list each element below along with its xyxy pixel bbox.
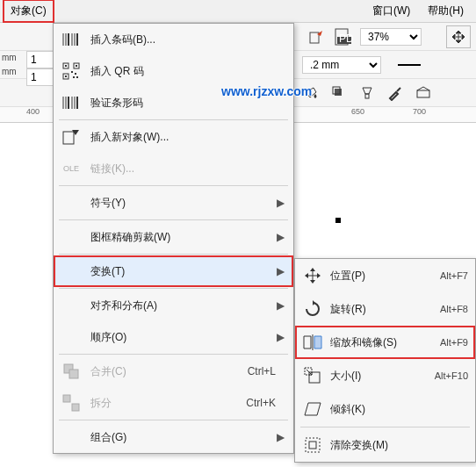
svg-text:PDF: PDF bbox=[339, 32, 354, 45]
unit-label-2: mm bbox=[2, 67, 17, 76]
menu-help[interactable]: 帮助(H) bbox=[419, 0, 472, 22]
export-icon bbox=[308, 29, 324, 45]
menu-transform[interactable]: 变换(T) ▶ bbox=[54, 255, 293, 287]
line-thickness-select[interactable]: .2 mm bbox=[302, 56, 381, 74]
size-icon bbox=[300, 363, 325, 388]
transform-submenu: 位置(P) Alt+F7 旋转(R) Alt+F8 缩放和镜像(S) Alt+F… bbox=[294, 258, 476, 463]
menu-insert-object[interactable]: 插入新对象(W)... bbox=[54, 121, 293, 153]
menu-object[interactable]: 对象(C) bbox=[4, 0, 54, 22]
separator bbox=[59, 119, 288, 120]
verify-barcode-icon bbox=[59, 90, 83, 115]
chevron-right-icon: ▶ bbox=[277, 331, 285, 343]
svg-rect-18 bbox=[76, 65, 77, 67]
separator bbox=[59, 185, 288, 186]
menu-insert-barcode[interactable]: 插入条码(B)... bbox=[54, 24, 293, 55]
menu-breakapart[interactable]: 拆分 Ctrl+K bbox=[54, 387, 293, 419]
submenu-position[interactable]: 位置(P) Alt+F7 bbox=[295, 259, 475, 292]
ole-icon: OLE bbox=[59, 156, 83, 181]
svg-rect-23 bbox=[73, 76, 75, 78]
svg-rect-22 bbox=[75, 73, 76, 75]
separator bbox=[59, 254, 288, 255]
separator bbox=[59, 288, 288, 289]
svg-rect-35 bbox=[72, 404, 79, 411]
svg-rect-20 bbox=[65, 75, 67, 77]
chevron-right-icon: ▶ bbox=[277, 197, 285, 209]
chevron-right-icon: ▶ bbox=[277, 299, 285, 312]
scale-mirror-icon bbox=[300, 330, 325, 355]
separator bbox=[59, 420, 288, 420]
svg-rect-8 bbox=[417, 90, 429, 97]
menu-links[interactable]: OLE 链接(K)... bbox=[54, 153, 293, 184]
chevron-right-icon: ▶ bbox=[277, 231, 285, 243]
menu-insert-qr[interactable]: 插入 QR 码 bbox=[54, 55, 293, 87]
barcode-icon bbox=[59, 27, 83, 52]
skew-icon bbox=[300, 397, 325, 421]
submenu-skew[interactable]: 倾斜(K) bbox=[295, 392, 475, 426]
separator bbox=[59, 354, 288, 355]
pdf-button[interactable]: PDF bbox=[332, 25, 357, 48]
shape-icon bbox=[415, 85, 431, 101]
menu-window[interactable]: 窗口(W) bbox=[364, 0, 419, 22]
breakapart-icon bbox=[59, 391, 83, 415]
chevron-right-icon: ▶ bbox=[277, 265, 285, 277]
move-arrows-icon bbox=[451, 29, 466, 45]
submenu-rotate[interactable]: 旋转(R) Alt+F8 bbox=[295, 292, 475, 326]
eyedropper-icon bbox=[387, 85, 403, 101]
menu-symbol[interactable]: 符号(Y) ▶ bbox=[54, 187, 293, 219]
tool-c[interactable] bbox=[355, 82, 379, 104]
line-style-button[interactable] bbox=[397, 54, 422, 76]
separator bbox=[59, 219, 288, 220]
lamp-icon bbox=[359, 85, 375, 101]
menu-order[interactable]: 顺序(O) ▶ bbox=[54, 321, 293, 353]
position-icon bbox=[300, 263, 325, 288]
canvas-marker bbox=[335, 218, 341, 223]
shadow-icon bbox=[331, 85, 347, 101]
menubar: 对象(C) 窗口(W) 帮助(H) bbox=[0, 0, 476, 23]
export-button[interactable] bbox=[304, 25, 328, 48]
submenu-clear-transform[interactable]: 清除变换(M) bbox=[295, 428, 475, 462]
svg-rect-16 bbox=[65, 65, 67, 67]
unit-label-1: mm bbox=[2, 53, 17, 62]
svg-rect-41 bbox=[306, 438, 320, 452]
svg-rect-5 bbox=[335, 89, 342, 96]
separator bbox=[300, 427, 470, 427]
qr-icon bbox=[59, 59, 83, 83]
watermark: www.rjzxw.com bbox=[221, 84, 312, 98]
chevron-right-icon: ▶ bbox=[277, 431, 285, 443]
svg-rect-33 bbox=[69, 370, 78, 378]
zoom-select[interactable]: 37% bbox=[360, 28, 422, 46]
pdf-icon: PDF bbox=[335, 28, 354, 46]
insert-object-icon bbox=[59, 125, 83, 149]
tool-e[interactable] bbox=[411, 82, 436, 104]
rotate-icon bbox=[300, 297, 325, 321]
move-tool[interactable] bbox=[446, 25, 471, 48]
menu-group[interactable]: 组合(G) ▶ bbox=[54, 421, 293, 453]
ruler-tick: 700 bbox=[413, 107, 426, 116]
submenu-size[interactable]: 大小(I) Alt+F10 bbox=[295, 359, 475, 392]
line-style-icon bbox=[398, 61, 421, 69]
ruler-tick: 650 bbox=[351, 107, 364, 116]
menu-align[interactable]: 对齐和分布(A) ▶ bbox=[54, 290, 293, 321]
svg-rect-7 bbox=[365, 94, 369, 98]
tool-d[interactable] bbox=[383, 82, 407, 104]
menu-combine[interactable]: 合并(C) Ctrl+L bbox=[54, 356, 293, 387]
svg-rect-24 bbox=[76, 76, 78, 78]
tool-b[interactable] bbox=[327, 82, 351, 104]
svg-rect-42 bbox=[309, 442, 316, 449]
combine-icon bbox=[59, 359, 83, 384]
clear-transform-icon bbox=[300, 433, 325, 457]
svg-rect-31 bbox=[63, 132, 74, 144]
svg-rect-34 bbox=[63, 395, 70, 402]
ruler-tick: 400 bbox=[26, 107, 40, 116]
submenu-scale-mirror[interactable]: 缩放和镜像(S) Alt+F9 bbox=[295, 326, 475, 359]
menu-powerclip[interactable]: 图框精确剪裁(W) ▶ bbox=[54, 221, 293, 253]
svg-rect-21 bbox=[71, 71, 73, 73]
